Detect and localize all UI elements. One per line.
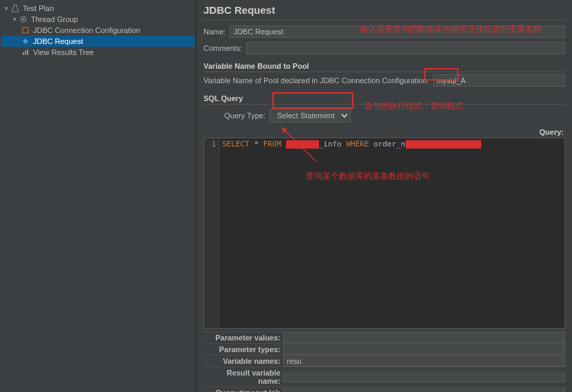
sampler-icon [21, 36, 30, 46]
svg-rect-5 [27, 50, 28, 55]
tree-toggle-icon[interactable]: ▾ [3, 5, 10, 12]
tree-panel: ▾ Test Plan ▾ Thread Group JDBC Connecti… [0, 0, 197, 392]
gear-icon [19, 14, 28, 24]
config-icon [21, 25, 30, 35]
svg-rect-3 [23, 52, 24, 55]
flask-icon [10, 3, 20, 13]
query-type-select[interactable]: Select Statement [270, 109, 351, 122]
var-names-label: Variable names: [204, 356, 280, 367]
sql-editor[interactable]: 1 SELECT * FROM _info WHERE order_n [204, 138, 565, 329]
param-values-label: Parameter values: [204, 332, 280, 343]
tree-label: JDBC Connection Configuration [33, 26, 140, 34]
sql-code[interactable]: SELECT * FROM _info WHERE order_n [219, 138, 564, 328]
svg-rect-2 [23, 28, 28, 33]
tree-label: View Results Tree [33, 48, 94, 56]
tree-toggle-icon[interactable]: ▾ [11, 16, 18, 23]
svg-point-1 [23, 19, 25, 21]
param-values-input[interactable] [283, 332, 565, 343]
result-var-input[interactable] [283, 371, 565, 382]
section-sql-query: SQL Query [204, 91, 565, 105]
results-icon [21, 47, 30, 57]
tree-label: JDBC Request [33, 37, 83, 45]
var-pool-label: Variable Name of Pool declared in JDBC C… [204, 76, 429, 85]
line-gutter: 1 [204, 138, 219, 328]
query-timeout-input[interactable] [283, 387, 565, 392]
comments-label: Comments: [204, 44, 242, 52]
panel-title: JDBC Request [204, 3, 565, 21]
var-names-input[interactable] [283, 356, 565, 367]
tree-item-thread-group[interactable]: ▾ Thread Group [1, 14, 195, 25]
tree-item-view-results[interactable]: View Results Tree [1, 47, 195, 58]
query-type-label: Query Type: [204, 111, 265, 120]
result-var-label: Result variable name: [204, 367, 280, 386]
query-timeout-label: Query timeout (s): [204, 387, 280, 392]
name-label: Name: [204, 28, 226, 36]
tree-item-jdbc-connection[interactable]: JDBC Connection Configuration [1, 25, 195, 36]
param-types-input[interactable] [283, 344, 565, 355]
section-var-bound: Variable Name Bound to Pool [204, 59, 565, 72]
param-types-label: Parameter types: [204, 344, 280, 355]
svg-rect-4 [25, 51, 26, 55]
query-header: Query: [204, 128, 565, 138]
name-input[interactable] [230, 25, 565, 38]
var-pool-input[interactable] [433, 74, 565, 87]
tree-item-test-plan[interactable]: ▾ Test Plan [1, 3, 195, 14]
tree-label: Thread Group [31, 15, 78, 23]
bottom-fields: Parameter values: Parameter types: Varia… [204, 331, 565, 392]
comments-input[interactable] [246, 42, 565, 54]
tree-item-jdbc-request[interactable]: JDBC Request [1, 36, 195, 47]
main-panel: JDBC Request Name: Comments: Variable Na… [197, 0, 572, 392]
tree-label: Test Plan [23, 4, 54, 12]
